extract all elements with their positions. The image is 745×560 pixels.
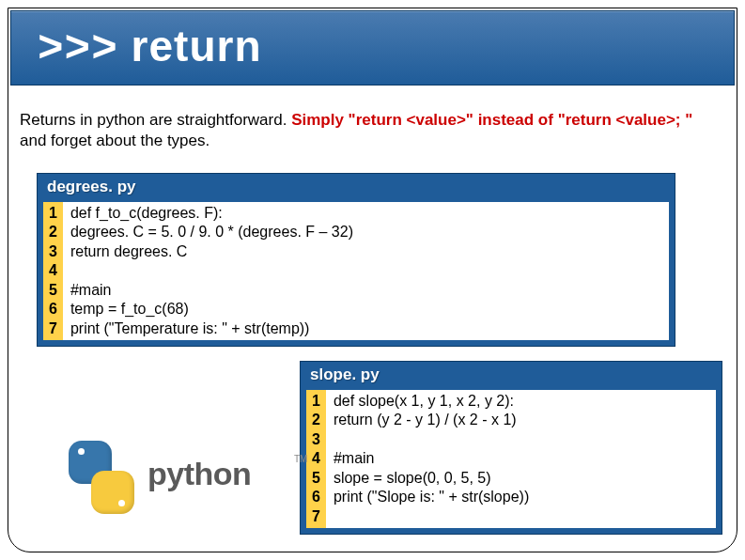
code-window-slope: slope. py 1 2 3 4 5 6 7 def slope(x 1, y… (300, 361, 722, 535)
code-listing: def f_to_c(degrees. F): degrees. C = 5. … (63, 202, 669, 340)
code-body: 1 2 3 4 5 6 7 def slope(x 1, y 1, x 2, y… (306, 390, 716, 528)
python-snake-yellow (91, 471, 134, 514)
code-window-degrees: degrees. py 1 2 3 4 5 6 7 def f_to_c(deg… (37, 173, 675, 347)
python-logo: python TM (65, 431, 290, 525)
slide-title: >>> return (38, 21, 262, 74)
intro-highlight: Simply "return <value>" instead of "retu… (291, 111, 692, 129)
python-logo-icon (65, 441, 138, 514)
trademark-glyph: TM (294, 454, 307, 464)
line-numbers: 1 2 3 4 5 6 7 (306, 390, 326, 528)
title-bar: >>> return (10, 10, 735, 86)
python-wordmark: python (147, 456, 251, 492)
code-caption: degrees. py (38, 174, 675, 202)
intro-plain-2: and forget about the types. (20, 132, 210, 149)
intro-plain-1: Returns in python are straightforward. (20, 111, 291, 129)
prompt-glyph: >>> (38, 25, 118, 74)
line-numbers: 1 2 3 4 5 6 7 (43, 202, 63, 340)
code-caption: slope. py (301, 362, 722, 390)
code-listing: def slope(x 1, y 1, x 2, y 2): return (y… (326, 390, 716, 528)
slide-frame: >>> return Returns in python are straigh… (8, 8, 737, 552)
intro-paragraph: Returns in python are straightforward. S… (20, 110, 718, 151)
code-body: 1 2 3 4 5 6 7 def f_to_c(degrees. F): de… (43, 202, 669, 340)
title-word: return (132, 22, 262, 70)
